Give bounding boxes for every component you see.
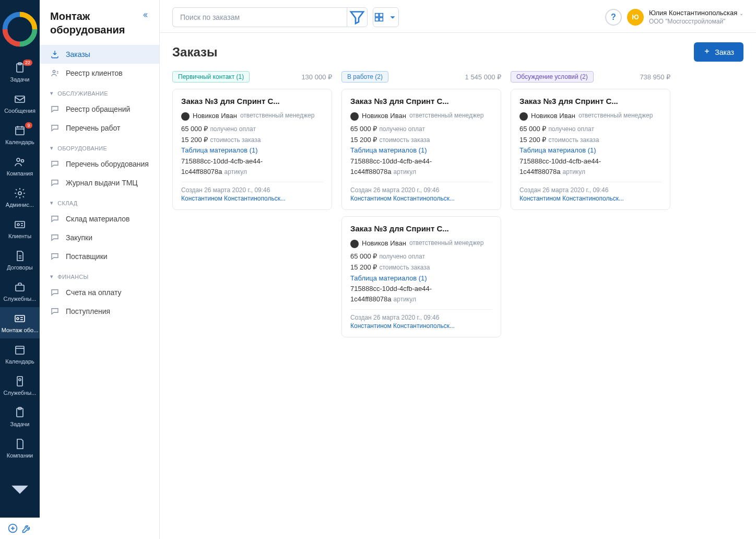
rail-more-toggle[interactable] <box>0 465 40 513</box>
author-link[interactable]: Константином Константинопольск... <box>350 322 492 330</box>
rail-item-company[interactable]: Компания <box>0 150 40 182</box>
rail-label: Клиенты <box>8 233 31 239</box>
nav-group-service[interactable]: ▾ОБСЛУЖИВАНИЕ <box>40 83 159 100</box>
column-status-tag[interactable]: В работе (2) <box>341 71 388 83</box>
chat-icon <box>50 233 60 242</box>
nav-suppliers[interactable]: Поставщики <box>40 247 159 266</box>
nav-invoices[interactable]: Счета на оплату <box>40 283 159 302</box>
wrench-icon[interactable] <box>21 523 32 534</box>
nav-requests-registry[interactable]: Реестр обращений <box>40 100 159 119</box>
cost-amount: 15 200 ₽ <box>350 136 377 144</box>
rail-item-tasks2[interactable]: Задачи <box>0 401 40 432</box>
view-toggle-button[interactable] <box>373 7 399 27</box>
rail-item-calendar[interactable]: 9 Календарь <box>0 119 40 150</box>
help-button[interactable]: ? <box>605 9 622 26</box>
materials-link[interactable]: Таблица материалов (1) <box>350 145 492 156</box>
cost-label: стоимость заказа <box>379 264 430 271</box>
order-card[interactable]: Заказ №3 для Спринт С...Новиков Иван отв… <box>341 216 501 337</box>
rail-item-clients[interactable]: Клиенты <box>0 213 40 244</box>
add-icon[interactable] <box>7 523 18 534</box>
svg-rect-22 <box>16 346 24 354</box>
paid-amount: 65 000 ₽ <box>181 125 208 133</box>
kanban-column: Первичный контакт (1)130 000 ₽Заказ №3 д… <box>172 71 332 344</box>
cost-label: стоимость заказа <box>548 136 599 144</box>
nav-orders[interactable]: Заказы <box>40 45 159 64</box>
svg-rect-11 <box>15 221 25 228</box>
chevron-down-icon: ▾ <box>50 200 53 206</box>
group-title: ФИНАНСЫ <box>57 274 88 280</box>
filter-button[interactable] <box>347 7 368 27</box>
chat-icon <box>50 214 60 224</box>
nav-receipts[interactable]: Поступления <box>40 302 159 321</box>
author-link[interactable]: Константином Константинопольск... <box>519 195 662 202</box>
search-input[interactable] <box>172 7 347 27</box>
paid-label: получено оплат <box>379 253 425 260</box>
chevron-down-icon: ⌄ <box>739 10 743 16</box>
rail-item-calendar2[interactable]: Календарь <box>0 338 40 370</box>
rail-label: Задачи <box>10 76 30 83</box>
materials-link[interactable]: Таблица материалов (1) <box>181 145 323 156</box>
rail-item-admin[interactable]: Админис... <box>0 182 40 213</box>
nav-issuance-log[interactable]: Журнал выдачи ТМЦ <box>40 173 159 192</box>
cost-amount: 15 200 ₽ <box>519 136 546 144</box>
nav-purchases[interactable]: Закупки <box>40 228 159 247</box>
nav-clients-registry[interactable]: Реестр клиентов <box>40 64 159 83</box>
rail-label: Админис... <box>6 202 34 208</box>
column-status-tag[interactable]: Первичный контакт (1) <box>172 71 250 83</box>
column-amount: 130 000 ₽ <box>301 73 332 81</box>
kanban-board: Первичный контакт (1)130 000 ₽Заказ №3 д… <box>172 71 743 344</box>
column-status-tag[interactable]: Обсуждение условий (2) <box>511 71 594 83</box>
cost-label: стоимость заказа <box>379 136 430 144</box>
nav-group-warehouse[interactable]: ▾СКЛАД <box>40 192 159 209</box>
manager-avatar <box>350 240 359 248</box>
rail-item-installation[interactable]: Монтаж обо... <box>0 307 40 338</box>
nav-group-equipment[interactable]: ▾ОБОРУДОВАНИЕ <box>40 137 159 155</box>
paid-amount: 65 000 ₽ <box>350 252 377 260</box>
nav-equipment-list[interactable]: Перечень оборудования <box>40 155 159 173</box>
nav-label: Реестр клиентов <box>66 69 123 77</box>
paid-label: получено оплат <box>379 125 425 133</box>
svg-rect-36 <box>375 18 379 21</box>
order-card[interactable]: Заказ №3 для Спринт С...Новиков Иван отв… <box>511 89 670 210</box>
clipboard-icon <box>14 406 26 419</box>
cost-label: стоимость заказа <box>210 136 261 144</box>
svg-point-31 <box>53 71 55 73</box>
group-title: ОБОРУДОВАНИЕ <box>57 145 107 151</box>
author-link[interactable]: Константином Константинопольск... <box>350 195 492 202</box>
manager-role: ответственный менеджер <box>240 111 314 121</box>
svg-point-10 <box>18 192 21 195</box>
user-org: ООО "Мосгосстройломай" <box>649 18 743 26</box>
rail-item-service1[interactable]: Служебны... <box>0 276 40 307</box>
rail-label: Договоры <box>7 264 32 271</box>
rail-item-service2[interactable]: Служебны... <box>0 370 40 401</box>
created-text: Создан 26 марта 2020 г., 09:46 <box>350 186 439 194</box>
sidebar: Монтаж оборудования Заказы Реестр клиент… <box>40 0 160 539</box>
new-order-button[interactable]: Заказ <box>694 42 743 62</box>
sidebar-title: Монтаж оборудования <box>50 9 141 37</box>
rail-item-messages[interactable]: Сообщения <box>0 88 40 119</box>
cost-amount: 15 200 ₽ <box>350 263 377 271</box>
nav-label: Перечень работ <box>66 124 120 132</box>
nav-works-list[interactable]: Перечень работ <box>40 119 159 137</box>
nav-materials-stock[interactable]: Склад материалов <box>40 209 159 228</box>
manager-avatar <box>350 112 359 121</box>
nav-group-finance[interactable]: ▾ФИНАНСЫ <box>40 266 159 283</box>
order-card[interactable]: Заказ №3 для Спринт С...Новиков Иван отв… <box>341 89 501 210</box>
badge-icon <box>14 375 26 388</box>
rail-item-contracts[interactable]: Договоры <box>0 244 40 276</box>
order-card[interactable]: Заказ №3 для Спринт С...Новиков Иван отв… <box>172 89 332 210</box>
rail-item-tasks[interactable]: 22 Задачи <box>0 56 40 88</box>
badge: 9 <box>25 122 32 128</box>
manager-role: ответственный менеджер <box>409 238 483 248</box>
collapse-sidebar-button[interactable] <box>141 9 149 20</box>
rail-item-companies[interactable]: Компании <box>0 432 40 464</box>
svg-rect-34 <box>375 14 379 17</box>
materials-link[interactable]: Таблица материалов (1) <box>350 273 492 284</box>
materials-link[interactable]: Таблица материалов (1) <box>519 145 662 156</box>
author-link[interactable]: Константином Константинопольск... <box>181 195 323 202</box>
user-menu[interactable]: Ю Юлия Константинопольская ⌄ ООО "Мосгос… <box>627 9 743 26</box>
nav-label: Склад материалов <box>66 215 130 223</box>
chat-icon <box>50 252 60 261</box>
manager-name: Новиков Иван <box>193 111 237 122</box>
nav-label: Закупки <box>66 233 92 242</box>
